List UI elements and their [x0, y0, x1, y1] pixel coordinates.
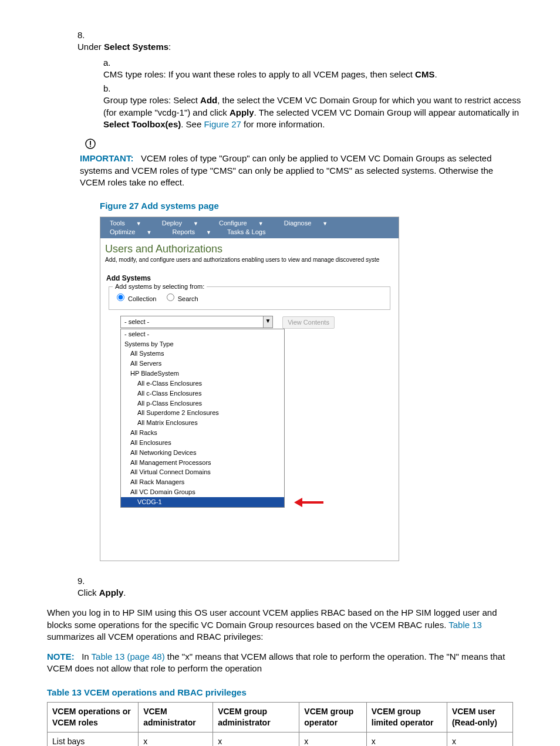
step-8b-text: Group type roles: Select Add, the select…: [103, 94, 526, 130]
list-item[interactable]: HP BladeSystem: [121, 369, 284, 379]
menu-reports[interactable]: Reports ▼: [163, 228, 221, 237]
important-label: IMPORTANT:: [80, 153, 133, 163]
list-item[interactable]: - select -: [121, 329, 284, 339]
step-9-number: 9.: [77, 575, 96, 587]
radio-collection[interactable]: Collection: [114, 295, 156, 302]
table-cell: x: [139, 732, 213, 746]
step-8a-text: CMS type roles: If you want these roles …: [103, 69, 526, 80]
text-bold: Add: [200, 95, 217, 105]
step-8-number: 8.: [77, 29, 96, 41]
list-item[interactable]: All c-Class Enclosures: [121, 389, 284, 399]
text: Click: [77, 588, 99, 598]
page-subtitle: Add, modify, and configure users and aut…: [100, 256, 399, 268]
collection-listbox[interactable]: - select -Systems by TypeAll SystemsAll …: [120, 329, 285, 508]
list-item[interactable]: All Management Processors: [121, 458, 284, 468]
list-item[interactable]: All Superdome 2 Enclosures: [121, 408, 284, 418]
text: for more information.: [241, 119, 325, 129]
table-header: VCEM operations or VCEM roles: [48, 702, 139, 732]
radio-label: Search: [178, 295, 198, 302]
table-header: VCEM group limited operator: [366, 702, 447, 732]
list-item[interactable]: VCDG-1: [121, 497, 284, 507]
step-8: 8. Under Select Systems:: [77, 29, 513, 53]
svg-rect-1: [90, 141, 91, 145]
page-title: Users and Authorizations: [100, 238, 399, 256]
table-cell: x: [299, 732, 366, 746]
table-header: VCEM group administrator: [213, 702, 299, 732]
figure-27-screenshot: Tools ▼ Deploy ▼ Configure ▼ Diagnose ▼ …: [100, 217, 399, 561]
table-caption: Table 13 VCEM operations and RBAC privil…: [47, 687, 513, 698]
fieldset-legend: Add systems by selecting from:: [113, 282, 207, 291]
text-bold: Apply: [99, 588, 124, 598]
step-8a: a. CMS type roles: If you want these rol…: [103, 57, 513, 81]
step-8b: b. Group type roles: Select Add, the sel…: [103, 83, 513, 130]
select-value: - select -: [124, 318, 149, 325]
step-9-text: Click Apply.: [77, 587, 524, 599]
sub-letter: a.: [103, 57, 119, 69]
menu-deploy[interactable]: Deploy ▼: [153, 219, 208, 228]
collection-select[interactable]: - select - ▼: [120, 316, 273, 328]
text-bold: CMS: [415, 69, 434, 79]
menu-optimize[interactable]: Optimize ▼: [100, 228, 161, 237]
list-item[interactable]: All Servers: [121, 359, 284, 369]
table-cell: x: [213, 732, 299, 746]
menu-tools[interactable]: Tools ▼: [100, 219, 151, 228]
important-text: IMPORTANT: VCEM roles of type "Group" ca…: [80, 153, 502, 188]
step-8-text: Under Select Systems:: [77, 41, 524, 53]
text: summarizes all VCEM operations and RBAC …: [47, 632, 263, 642]
text: Group type roles: Select: [103, 95, 200, 105]
radio-label: Collection: [128, 295, 156, 302]
text-bold: Select Toolbox(es): [103, 119, 181, 129]
list-item[interactable]: Systems by Type: [121, 339, 284, 349]
list-item[interactable]: All Racks: [121, 428, 284, 438]
list-item[interactable]: All VC Domain Groups: [121, 487, 284, 497]
sub-letter: b.: [103, 83, 119, 94]
text: .: [434, 69, 437, 79]
step-9: 9. Click Apply.: [77, 575, 513, 599]
svg-marker-4: [294, 498, 302, 507]
note: NOTE: In Table 13 (page 48) the "x" mean…: [47, 651, 513, 675]
table-row: List baysxxxxx: [48, 732, 513, 746]
text-bold: Select Systems: [104, 42, 168, 52]
select-from-fieldset: Add systems by selecting from: Collectio…: [109, 286, 390, 310]
radio-search[interactable]: Search: [164, 295, 198, 302]
menu-diagnose[interactable]: Diagnose ▼: [275, 219, 337, 228]
note-label: NOTE:: [47, 652, 75, 661]
figure-caption: Figure 27 Add systems page: [100, 200, 513, 212]
menu-tasks-logs[interactable]: Tasks & Logs: [222, 228, 270, 237]
paragraph-rbac: When you log in to HP SIM using this OS …: [47, 607, 513, 643]
table-cell: x: [366, 732, 447, 746]
list-item[interactable]: All Rack Managers: [121, 477, 284, 487]
list-item[interactable]: All Matrix Enclosures: [121, 418, 284, 428]
text: In: [82, 652, 91, 661]
red-arrow-annotation: [294, 496, 323, 512]
list-item[interactable]: All Networking Devices: [121, 448, 284, 458]
radio-search-input[interactable]: [167, 293, 174, 301]
table-header: VCEM group operator: [299, 702, 366, 732]
text-bold: Apply: [230, 107, 254, 117]
text: When you log in to HP SIM using this OS …: [47, 607, 497, 629]
table-cell: x: [447, 732, 512, 746]
view-contents-button[interactable]: View Contents: [282, 316, 335, 329]
important-icon: [80, 139, 101, 153]
list-item[interactable]: All Enclosures: [121, 438, 284, 448]
text: CMS type roles: If you want these roles …: [103, 69, 415, 79]
privileges-table: VCEM operations or VCEM rolesVCEM admini…: [47, 702, 513, 746]
text: Under: [77, 42, 104, 52]
text: . The selected VCEM VC Domain Group will…: [254, 107, 519, 117]
table-header: VCEM user (Read-only): [447, 702, 512, 732]
table-13-link[interactable]: Table 13: [448, 620, 482, 630]
chevron-down-icon[interactable]: ▼: [263, 316, 272, 328]
text: .: [123, 588, 126, 598]
list-item[interactable]: All p-Class Enclosures: [121, 399, 284, 409]
select-row: - select - ▼ View Contents: [120, 316, 390, 329]
table-cell: List bays: [48, 732, 139, 746]
radio-row: Collection Search: [114, 289, 385, 306]
menu-configure[interactable]: Configure ▼: [210, 219, 273, 228]
radio-collection-input[interactable]: [117, 293, 124, 301]
table-header: VCEM administrator: [139, 702, 213, 732]
list-item[interactable]: All Virtual Connect Domains: [121, 467, 284, 477]
list-item[interactable]: All Systems: [121, 349, 284, 359]
list-item[interactable]: All e-Class Enclosures: [121, 379, 284, 389]
figure-27-link[interactable]: Figure 27: [204, 119, 241, 129]
table-13-page-link[interactable]: Table 13 (page 48): [92, 652, 165, 661]
